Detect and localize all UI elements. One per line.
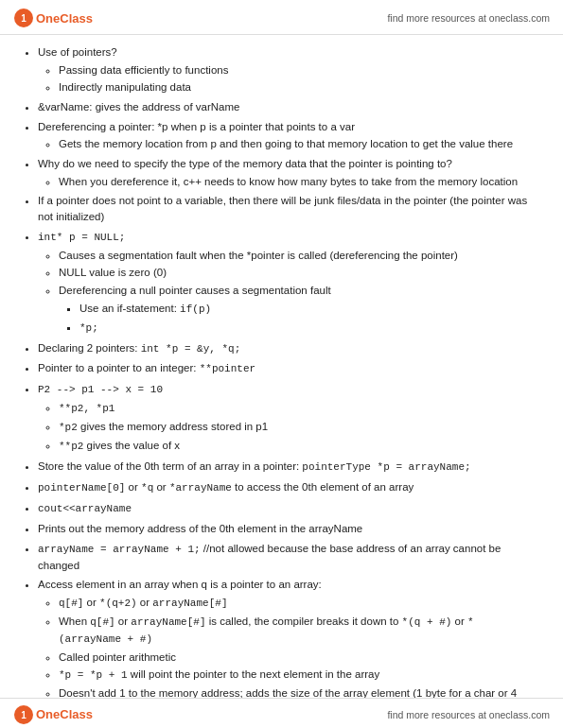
footer-link: find more resources at oneclass.com (387, 709, 550, 720)
header-link: find more resources at oneclass.com (387, 12, 550, 24)
list-item: Prints out the memory address of the 0th… (38, 521, 535, 537)
footer: 1 OneClass find more resources at onecla… (0, 698, 563, 728)
list-item: Why do we need to specify the type of th… (38, 156, 535, 189)
list-item: *p; (79, 320, 535, 337)
list-item: Pointer to a pointer to an integer: **po… (38, 360, 535, 377)
list-item: Dereferencing a null pointer causes a se… (59, 283, 535, 337)
list-item: Gets the memory location from p and then… (59, 136, 535, 152)
sub-list: When you dereference it, c++ needs to kn… (38, 174, 535, 190)
footer-logo: 1 OneClass (13, 704, 93, 725)
logo-text: OneClass (36, 11, 93, 26)
list-item: Indirectly manipulating data (59, 79, 535, 95)
main-list: Use of pointers? Passing data efficientl… (21, 44, 535, 718)
list-item: When you dereference it, c++ needs to kn… (59, 174, 535, 190)
svg-text:1: 1 (21, 710, 26, 720)
list-item: If a pointer does not point to a variabl… (38, 193, 535, 224)
list-item: Use of pointers? Passing data efficientl… (38, 44, 535, 95)
list-item: cout<<arrayName (38, 500, 535, 517)
list-item: *p2 gives the memory address stored in p… (59, 419, 535, 436)
list-item: **p2, *p1 (59, 400, 535, 417)
list-item: Called pointer arithmetic (59, 650, 535, 666)
list-item: Declaring 2 pointers: int *p = &y, *q; (38, 340, 535, 357)
list-item: arrayName = arrayName + 1; //not allowed… (38, 541, 535, 574)
list-item: Access element in an array when q is a p… (38, 577, 535, 717)
list-item: Dereferencing a pointer: *p when p is a … (38, 119, 535, 152)
list-item: **p2 gives the value of x (59, 438, 535, 455)
list-item: Causes a segmentation fault when the *po… (59, 248, 535, 264)
svg-text:1: 1 (21, 13, 26, 24)
list-item: When q[#] or arrayName[#] is called, the… (59, 614, 535, 648)
list-item: Use an if-statement: if(p) (79, 301, 535, 318)
sub-list: Causes a segmentation fault when the *po… (38, 248, 535, 337)
list-item: q[#] or *(q+2) or arrayName[#] (59, 595, 535, 612)
oneclass-logo-icon: 1 (13, 8, 34, 28)
header: 1 OneClass find more resources at onecla… (0, 0, 563, 35)
list-item: Store the value of the 0th term of an ar… (38, 459, 535, 476)
sub-list: **p2, *p1 *p2 gives the memory address s… (38, 400, 535, 455)
list-item: &varName: gives the address of varName (38, 99, 535, 115)
footer-logo-text: OneClass (36, 707, 93, 721)
list-item: pointerName[0] or *q or *arrayName to ac… (38, 479, 535, 496)
list-item: *p = *p + 1 will point the pointer to th… (59, 667, 535, 684)
footer-oneclass-logo-icon: 1 (13, 704, 34, 725)
logo: 1 OneClass (13, 8, 93, 28)
sub-sub-list: Use an if-statement: if(p) *p; (59, 301, 535, 337)
list-item: NULL value is zero (0) (59, 265, 535, 281)
list-item: Passing data efficiently to functions (59, 62, 535, 78)
sub-list: Passing data efficiently to functions In… (38, 62, 535, 95)
list-item: int* p = NULL; Causes a segmentation fau… (38, 229, 535, 337)
list-item: P2 --> p1 --> x = 10 **p2, *p1 *p2 gives… (38, 381, 535, 455)
main-content: Use of pointers? Passing data efficientl… (0, 35, 563, 728)
sub-list: Gets the memory location from p and then… (38, 136, 535, 152)
